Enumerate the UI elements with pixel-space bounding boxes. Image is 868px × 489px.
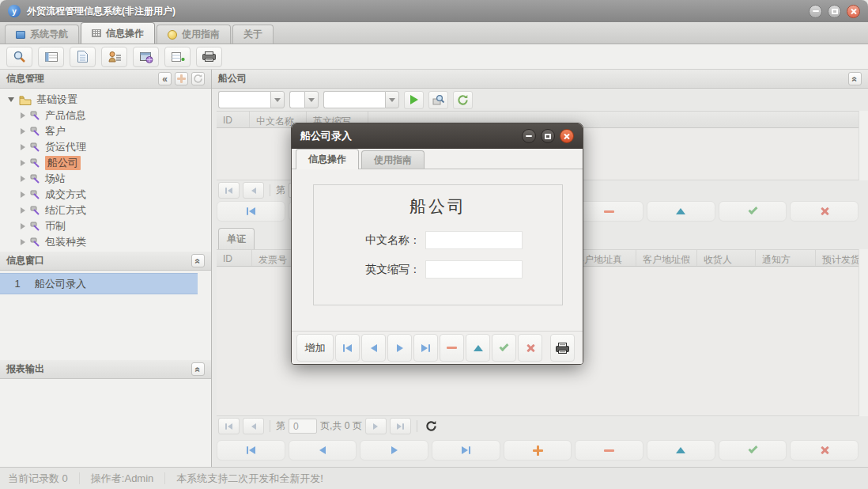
prev-record-button[interactable]: [289, 440, 357, 461]
window-controls: [809, 5, 860, 18]
grid-top-scrollbar[interactable]: [859, 111, 868, 180]
app-window: y 外贸流程管理信息系统(非注册用户) 系统导航 信息操作 使用指南 关于: [0, 0, 868, 489]
titlebar: y 外贸流程管理信息系统(非注册用户): [0, 0, 868, 22]
print-button[interactable]: [550, 334, 575, 362]
english-abbr-input[interactable]: [425, 260, 523, 279]
dialog-tab-info-operation[interactable]: 信息操作: [296, 149, 359, 169]
collapse-up-icon[interactable]: «: [848, 72, 862, 85]
close-button[interactable]: [847, 5, 860, 18]
tree-node-selected[interactable]: 船公司: [0, 155, 211, 171]
collapse-caret-icon: [8, 97, 14, 102]
printer-tool-button[interactable]: [196, 47, 222, 67]
chevron-down-icon[interactable]: [385, 91, 399, 108]
pager-first-button[interactable]: [218, 182, 240, 199]
pager-prev-button[interactable]: [243, 182, 264, 199]
delete-record-button[interactable]: [575, 440, 643, 461]
tab-about[interactable]: 关于: [232, 25, 274, 44]
dialog-tabstrip: 信息操作 使用指南: [292, 149, 583, 169]
save-record-button[interactable]: [719, 440, 787, 461]
page-number-input[interactable]: [289, 419, 317, 434]
tree-node[interactable]: 货运代理: [0, 139, 211, 155]
window-globe-button[interactable]: [133, 47, 159, 67]
chinese-name-input[interactable]: [425, 231, 523, 249]
collapse-up-icon[interactable]: «: [191, 362, 205, 376]
dialog-minimize-button[interactable]: [522, 129, 536, 143]
dialog-titlebar[interactable]: 船公司录入: [292, 123, 583, 149]
edit-record-button[interactable]: [466, 334, 490, 362]
delete-record-button[interactable]: [440, 334, 464, 362]
add-button[interactable]: 增加: [296, 334, 334, 362]
fieldset-title: 船公司: [314, 195, 562, 218]
column-header[interactable]: 收货人: [697, 250, 756, 266]
close-icon: [850, 8, 857, 15]
status-note: 本系统支持二次开发和全新开发!: [176, 472, 323, 486]
tree-node-root[interactable]: 基础设置: [0, 92, 211, 108]
tab-documents[interactable]: 单证: [218, 228, 255, 249]
minimize-button[interactable]: [809, 5, 822, 18]
tree-node[interactable]: 结汇方式: [0, 203, 211, 218]
dialog-tab-user-guide[interactable]: 使用指南: [361, 150, 425, 169]
grid-bottom-scrollbar[interactable]: [859, 249, 868, 416]
refresh-button[interactable]: [453, 91, 473, 109]
pager-last-button[interactable]: [390, 418, 411, 434]
first-record-button[interactable]: [217, 440, 285, 461]
column-header[interactable]: 预计发货: [816, 250, 859, 266]
add-icon[interactable]: [175, 72, 188, 85]
user-list-button[interactable]: [101, 47, 127, 67]
info-window-row[interactable]: 1 船公司录入: [0, 273, 198, 294]
dialog-close-button[interactable]: [560, 129, 574, 143]
cancel-record-button[interactable]: [790, 201, 859, 222]
filter-combo-2[interactable]: [289, 91, 319, 108]
first-record-button[interactable]: [335, 334, 360, 362]
maximize-button[interactable]: [828, 5, 841, 18]
cancel-record-button[interactable]: [518, 334, 542, 362]
edit-record-button[interactable]: [647, 201, 715, 222]
dialog-maximize-button[interactable]: [541, 129, 555, 143]
pager-first-button[interactable]: [218, 418, 240, 434]
field-row: 中文名称：: [314, 231, 562, 249]
tree-node[interactable]: 币制: [0, 218, 211, 234]
tab-info-operation[interactable]: 信息操作: [81, 22, 155, 44]
cancel-record-button[interactable]: [790, 440, 859, 461]
save-record-button[interactable]: [719, 201, 787, 222]
tab-system-nav[interactable]: 系统导航: [5, 25, 79, 44]
tree-node[interactable]: 客户: [0, 123, 211, 139]
pager-next-button[interactable]: [365, 418, 387, 434]
next-record-button[interactable]: [360, 440, 428, 461]
table-add-button[interactable]: [164, 47, 191, 67]
search-tool-button[interactable]: [6, 47, 32, 67]
refresh-icon[interactable]: [191, 72, 205, 85]
tree-node[interactable]: 产品信息: [0, 108, 211, 123]
last-record-button[interactable]: [432, 440, 500, 461]
filter-combo-3[interactable]: [323, 91, 399, 108]
chevron-down-icon[interactable]: [270, 91, 285, 108]
collapse-up-icon[interactable]: «: [191, 254, 205, 267]
collapse-left-icon[interactable]: «: [158, 72, 172, 85]
column-header[interactable]: ID: [217, 112, 250, 127]
advanced-search-button[interactable]: [428, 91, 448, 109]
tree-node[interactable]: 包装种类: [0, 234, 211, 250]
next-record-button[interactable]: [387, 334, 412, 362]
tree-node[interactable]: 成交方式: [0, 187, 211, 203]
save-record-button[interactable]: [492, 334, 516, 362]
prev-record-button[interactable]: [361, 334, 386, 362]
run-query-button[interactable]: [404, 91, 424, 109]
add-record-button[interactable]: [504, 440, 572, 461]
ship-company-panel-header: 船公司 «: [212, 70, 868, 89]
first-record-button[interactable]: [217, 201, 285, 222]
table-view-button[interactable]: [38, 47, 64, 67]
tree-node[interactable]: 场站: [0, 171, 211, 187]
column-header[interactable]: ID: [217, 250, 252, 266]
app-logo-icon: y: [8, 5, 21, 17]
document-button[interactable]: [70, 47, 96, 67]
pager-refresh-button[interactable]: [423, 418, 440, 434]
column-header[interactable]: 通知方: [756, 250, 816, 266]
column-header[interactable]: 客户地址假: [636, 250, 697, 266]
filter-combo-1[interactable]: [218, 91, 285, 108]
last-record-button[interactable]: [413, 334, 438, 362]
chevron-down-icon[interactable]: [304, 91, 319, 108]
delete-record-button[interactable]: [575, 201, 643, 222]
tab-user-guide[interactable]: 使用指南: [157, 25, 231, 44]
edit-record-button[interactable]: [647, 440, 715, 461]
pager-prev-button[interactable]: [243, 418, 264, 434]
